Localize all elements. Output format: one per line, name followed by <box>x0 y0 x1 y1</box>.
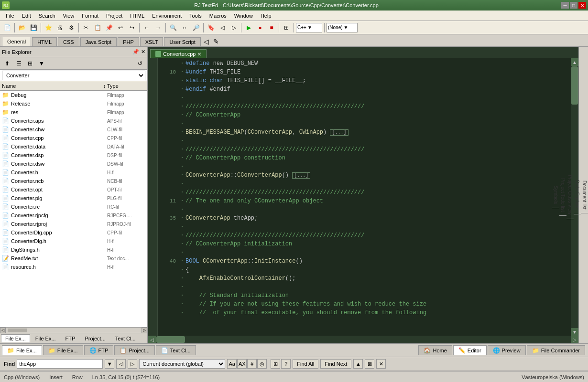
find-regex[interactable]: ◎ <box>257 359 267 369</box>
vertical-scrollbar[interactable]: ▲ ▼ <box>571 58 578 336</box>
fe-view-button[interactable]: ☰ <box>13 58 24 69</box>
menu-item-macros[interactable]: Macros <box>206 12 230 20</box>
redo-button[interactable]: ↪ <box>127 22 137 33</box>
file-item[interactable]: 📄ConverterDlg.hH-fil <box>0 237 147 245</box>
menu-item-file[interactable]: File <box>2 12 18 20</box>
find-dropdown-button[interactable]: ▼ <box>105 359 114 369</box>
file-item[interactable]: 📄Converter.dataDATA-fil <box>0 142 147 151</box>
file-item[interactable]: 📄Converter.rjpcfgRJPCFG-... <box>0 211 147 220</box>
sidebar-item-project-todo-list[interactable]: Project Todo list <box>559 174 566 216</box>
menu-item-tools[interactable]: Tools <box>185 12 206 20</box>
file-item[interactable]: 📄Converter.rjprojRJPROJ-fil <box>0 220 147 228</box>
find-close-button[interactable]: ✕ <box>376 359 386 369</box>
stop-button[interactable]: ■ <box>266 22 277 33</box>
fe-scroll-left[interactable]: ◁ <box>0 328 6 333</box>
panel-tab-1[interactable]: File Ex... <box>31 334 60 343</box>
tool3-button[interactable]: ⚙ <box>66 22 76 33</box>
fe-scroll-right[interactable]: ▷ <box>142 328 147 333</box>
menu-item-environment[interactable]: Environment <box>148 12 185 20</box>
scroll-down-arrow[interactable]: ▼ <box>571 328 578 336</box>
file-item[interactable]: 📁ReleaseFilmapp <box>0 99 147 108</box>
scroll-left-arrow[interactable]: ◁ <box>148 336 156 343</box>
find-next-icon-button[interactable]: ▷ <box>128 359 137 369</box>
file-item[interactable]: 📄DigStrings.hH-fil <box>0 245 147 254</box>
menu-item-format[interactable]: Format <box>78 12 102 20</box>
find-input[interactable] <box>17 359 103 369</box>
tab-left-arrow[interactable]: ◁ <box>202 37 211 46</box>
doc-tab-user-script[interactable]: User Script <box>164 37 200 46</box>
bottom-tab2-3[interactable]: 📁File Commander <box>527 345 585 355</box>
scroll-right-arrow[interactable]: ▷ <box>571 336 578 343</box>
prev-bookmark-button[interactable]: ◁ <box>217 22 228 33</box>
folder-select[interactable]: Converter <box>2 71 145 80</box>
save-button[interactable]: 💾 <box>28 22 39 33</box>
file-item[interactable]: 📄Converter.chwCLW-fil <box>0 125 147 134</box>
bottom-panel-tab-1[interactable]: 📁File Ex... <box>43 345 83 355</box>
find-bookmark-button[interactable]: ⊠ <box>365 359 374 369</box>
open-button[interactable]: 📂 <box>17 22 27 33</box>
fe-pin-button[interactable]: 📌 <box>132 49 139 55</box>
replace-button[interactable]: ↔ <box>179 22 190 33</box>
tab-close-button[interactable]: ✕ <box>197 52 201 57</box>
bottom-tab2-1[interactable]: ✏️Editor <box>453 345 487 355</box>
menu-item-search[interactable]: Search <box>35 12 59 20</box>
paste-button[interactable]: 📌 <box>104 22 114 33</box>
menu-item-help[interactable]: Help <box>257 12 275 20</box>
doc-tab-html[interactable]: HTML <box>32 37 57 46</box>
print-button[interactable]: 🖨 <box>54 22 65 33</box>
find-case-sensitive[interactable]: Aa <box>227 359 237 369</box>
bottom-panel-tab-2[interactable]: 🌐FTP <box>84 345 114 355</box>
cut-button[interactable]: ✂ <box>81 22 91 33</box>
file-item[interactable]: 📁resFilmapp <box>0 108 147 117</box>
tab-edit-button[interactable]: ✎ <box>211 37 221 46</box>
doc-tab-java-script[interactable]: Java Script <box>80 37 117 46</box>
bookmark-button[interactable]: 🔖 <box>206 22 216 33</box>
file-item[interactable]: 📄Converter.hH-fil <box>0 168 147 177</box>
find-whole-word[interactable]: AX <box>237 359 247 369</box>
sidebar-item-document-list[interactable]: Document list <box>581 177 588 214</box>
undo-button[interactable]: ↩ <box>115 22 126 33</box>
bottom-tab2-0[interactable]: 🏠Home <box>418 345 452 355</box>
doc-tab-css[interactable]: CSS <box>58 37 79 46</box>
codepage-dropdown[interactable]: (None) ▼ <box>327 23 358 32</box>
split-button[interactable]: ⊞ <box>281 22 292 33</box>
close-button[interactable]: ✕ <box>578 2 586 9</box>
code-scroll-area[interactable]: ·#define new DEBUG_NEW10·#undef THIS_FIL… <box>158 58 571 336</box>
menu-item-html[interactable]: HTML <box>126 12 148 20</box>
fe-up-button[interactable]: ⬆ <box>2 58 12 69</box>
fe-horizontal-scrollbar[interactable]: ◁ ▷ <box>0 327 147 333</box>
file-item[interactable]: 📄Converter.optOPT-fil <box>0 185 147 194</box>
file-item[interactable]: 📄Converter.plgPLG-fil <box>0 194 147 202</box>
fe-close-button[interactable]: ✕ <box>141 49 145 55</box>
fe-filter-button[interactable]: ▼ <box>36 58 47 69</box>
horizontal-scrollbar[interactable]: ◁ ▷ <box>148 336 578 343</box>
find-arrow-1[interactable]: ⊞ <box>271 359 280 369</box>
file-item[interactable]: 📄Converter.dswDSW-fil <box>0 159 147 168</box>
editor-tab-converter-cpp[interactable]: Converter.cpp ✕ <box>150 49 207 58</box>
file-item[interactable]: 📄Converter.rcRC-fil <box>0 202 147 211</box>
bottom-panel-tab-3[interactable]: 📋Project... <box>114 345 154 355</box>
menu-item-project[interactable]: Project <box>102 12 126 20</box>
fold-button[interactable]: [...] <box>330 129 348 136</box>
minimize-button[interactable]: ─ <box>561 2 569 9</box>
find-arrow-2[interactable]: ? <box>281 359 291 369</box>
bottom-panel-tab-4[interactable]: 📄Text Cl... <box>156 345 196 355</box>
copy-button[interactable]: 📋 <box>92 22 103 33</box>
find-button[interactable]: 🔎 <box>191 22 201 33</box>
maximize-button[interactable]: □ <box>570 2 577 9</box>
panel-tab-2[interactable]: FTP <box>61 334 80 343</box>
back-button[interactable]: ← <box>142 22 152 33</box>
file-item[interactable]: 📝ReadMe.txtText doc... <box>0 254 147 263</box>
debug-button[interactable]: ● <box>255 22 265 33</box>
fold-button[interactable]: [...] <box>292 172 310 179</box>
bottom-tab2-2[interactable]: 🌐Preview <box>488 345 526 355</box>
menu-item-edit[interactable]: Edit <box>18 12 35 20</box>
file-item[interactable]: 📄Converter.cppCPP-fil <box>0 134 147 142</box>
language-dropdown[interactable]: C++ ▼ <box>296 23 322 32</box>
doc-tab-php[interactable]: PHP <box>118 37 139 46</box>
fe-refresh-button[interactable]: ↺ <box>135 58 145 69</box>
star-button[interactable]: ⭐ <box>43 22 54 33</box>
search-button[interactable]: 🔍 <box>168 22 178 33</box>
panel-tab-0[interactable]: File Ex... <box>1 334 30 342</box>
panel-tab-4[interactable]: Text Cl... <box>111 334 140 343</box>
